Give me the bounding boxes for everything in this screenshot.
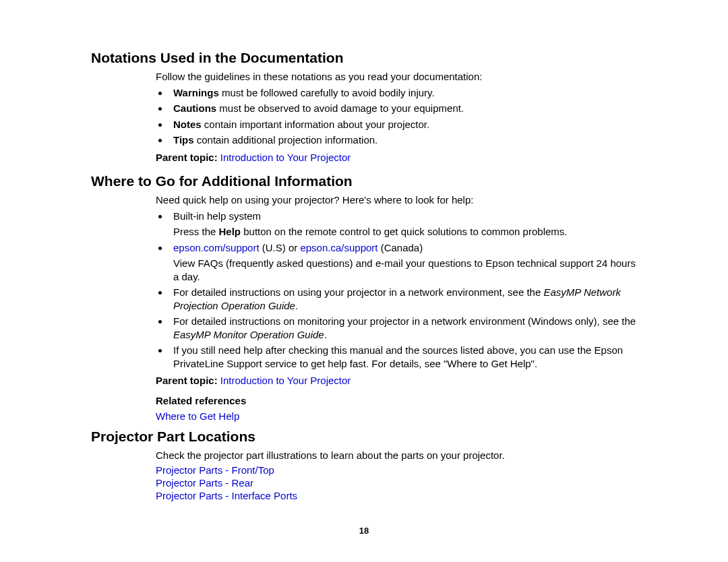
bullet-text: must be observed to avoid damage to your… [216, 102, 464, 114]
mon-post: . [324, 329, 327, 340]
part-links: Projector Parts - Front/Top Projector Pa… [156, 464, 637, 501]
help-bold: Help [219, 226, 241, 237]
bullet-text: must be followed carefully to avoid bodi… [219, 87, 435, 98]
section-heading-part-locations: Projector Part Locations [91, 426, 637, 445]
section2-bullets: Built-in help system Press the Help butt… [169, 210, 637, 371]
related-ref-line: Where to Get Help [156, 410, 637, 423]
parent-topic-line-2: Parent topic: Introduction to Your Proje… [156, 374, 637, 387]
page-number: 18 [91, 526, 637, 536]
help-post: button on the remote control to get quic… [241, 226, 567, 237]
section3-content: Check the projector part illustrations t… [156, 449, 637, 502]
section1-content: Follow the guidelines in these notations… [156, 70, 637, 164]
parts-front-top-link[interactable]: Projector Parts - Front/Top [156, 464, 274, 476]
parent-topic-link[interactable]: Introduction to Your Projector [220, 152, 351, 163]
bullet-bold: Cautions [173, 102, 216, 114]
bullet-cautions: Cautions must be observed to avoid damag… [169, 102, 637, 115]
bullet-network-guide: For detailed instructions on using your … [169, 286, 637, 312]
section2-content: Need quick help on using your projector?… [156, 193, 637, 423]
help-pre: Press the [173, 226, 219, 237]
help-system-desc: Press the Help button on the remote cont… [173, 225, 637, 239]
bullet-monitor-guide: For detailed instructions on monitoring … [169, 315, 637, 341]
section2-intro: Need quick help on using your projector?… [156, 193, 637, 207]
bullet-help-system: Built-in help system Press the Help butt… [169, 210, 637, 239]
bullet-privateline: If you still need help after checking th… [169, 344, 637, 370]
bullet-text: Built-in help system [173, 210, 261, 222]
bullet-notes: Notes contain important information abou… [169, 118, 637, 131]
section3-intro: Check the projector part illustrations t… [156, 449, 637, 462]
parent-topic-link[interactable]: Introduction to Your Projector [220, 375, 351, 386]
parts-rear-link[interactable]: Projector Parts - Rear [156, 477, 253, 489]
section-heading-notations: Notations Used in the Documentation [91, 47, 637, 66]
support-desc: View FAQs (frequently asked questions) a… [173, 257, 637, 283]
bullet-warnings: Warnings must be followed carefully to a… [169, 86, 637, 100]
bullet-bold: Warnings [173, 87, 219, 98]
document-page: Notations Used in the Documentation Foll… [0, 0, 728, 536]
section1-intro: Follow the guidelines in these notations… [156, 70, 637, 84]
parts-interface-link[interactable]: Projector Parts - Interface Ports [156, 490, 297, 501]
parent-topic-label: Parent topic: [156, 375, 220, 386]
mon-pre: For detailed instructions on monitoring … [173, 315, 636, 327]
section-heading-additional-info: Where to Go for Additional Information [91, 170, 637, 189]
where-to-get-help-link[interactable]: Where to Get Help [156, 410, 239, 422]
epson-us-support-link[interactable]: epson.com/support [173, 242, 260, 253]
support-mid: (U.S) or [260, 242, 301, 253]
bullet-support-links: epson.com/support (U.S) or epson.ca/supp… [169, 241, 637, 284]
net-pre: For detailed instructions on using your … [173, 286, 543, 298]
epson-ca-support-link[interactable]: epson.ca/support [300, 242, 377, 253]
bullet-bold: Tips [173, 134, 194, 146]
parent-topic-label: Parent topic: [156, 152, 220, 163]
section1-bullets: Warnings must be followed carefully to a… [169, 86, 637, 147]
bullet-text: contain important information about your… [202, 119, 430, 130]
mon-italic: EasyMP Monitor Operation Guide [173, 329, 324, 340]
support-end: (Canada) [378, 242, 423, 253]
related-references-label: Related references [156, 394, 637, 408]
bullet-bold: Notes [173, 119, 202, 130]
bullet-tips: Tips contain additional projection infor… [169, 133, 637, 147]
net-post: . [295, 300, 298, 311]
parent-topic-line: Parent topic: Introduction to Your Proje… [156, 151, 637, 164]
bullet-text: contain additional projection informatio… [194, 134, 378, 146]
